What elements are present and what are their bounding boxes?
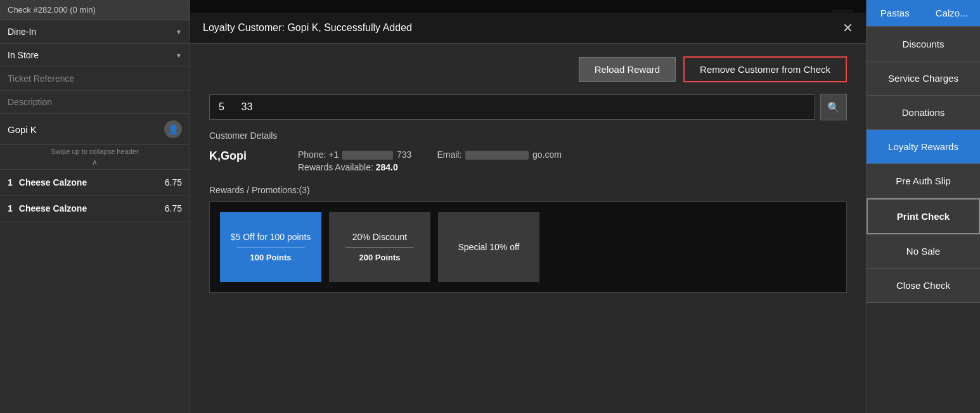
print-check-tab[interactable]: Print Check <box>867 198 980 234</box>
phone-blurred-icon <box>342 151 393 160</box>
reward-card-2-points: 200 Points <box>359 253 400 262</box>
modal-body: Reload Reward Remove Customer from Check… <box>190 44 866 413</box>
swipe-hint: Swipe up to collapse header <box>0 145 190 158</box>
loyalty-search-button[interactable]: 🔍 <box>820 94 847 120</box>
reward-card-1-divider <box>236 247 306 248</box>
customer-name-label: Gopi K <box>8 124 37 135</box>
reward-card-2-title: 20% Discount <box>352 232 407 242</box>
reward-card-1-points: 100 Points <box>250 253 291 262</box>
reward-card-1-title: $5 Off for 100 points <box>231 232 311 242</box>
user-icon: 👤 <box>168 124 179 134</box>
top-tabs-row: Pastas Calzo... <box>867 0 980 27</box>
item-name: Cheese Calzone <box>19 203 165 213</box>
customer-info-row: K,Gopi Phone: +1 733 Rewards Available: … <box>209 149 847 172</box>
pre-auth-slip-tab[interactable]: Pre Auth Slip <box>867 164 980 198</box>
app-root: Check #282,000 (0 min) Dine-In In Store … <box>0 0 980 413</box>
in-store-select[interactable]: In Store <box>0 44 190 67</box>
check-header: Check #282,000 (0 min) <box>0 0 190 20</box>
reward-card-3-title: Special 10% off <box>458 242 519 252</box>
item-qty: 1 <box>8 177 13 187</box>
reward-card-2[interactable]: 20% Discount 200 Points <box>329 212 430 282</box>
loyalty-rewards-tab[interactable]: Loyalty Rewards <box>867 130 980 164</box>
remove-customer-button[interactable]: Remove Customer from Check <box>683 56 847 82</box>
modal-title-bar: Loyalty Customer: Gopi K, Successfully A… <box>190 13 866 44</box>
customer-phone-email: Phone: +1 733 Rewards Available: 284.0 <box>298 149 411 172</box>
reward-card-2-divider <box>345 247 415 248</box>
no-sale-tab[interactable]: No Sale <box>867 234 980 269</box>
loyalty-modal: Loyalty Customer: Gopi K, Successfully A… <box>190 13 866 413</box>
left-sidebar: Check #282,000 (0 min) Dine-In In Store … <box>0 0 190 413</box>
reward-card-1[interactable]: $5 Off for 100 points 100 Points <box>220 212 321 282</box>
check-header-text: Check #282,000 (0 min) <box>8 5 96 15</box>
service-charges-tab[interactable]: Service Charges <box>867 61 980 96</box>
reload-reward-button[interactable]: Reload Reward <box>579 57 676 82</box>
customer-avatar: 👤 <box>164 120 182 138</box>
modal-title: Loyalty Customer: Gopi K, Successfully A… <box>203 22 412 34</box>
swipe-arrow: ∧ <box>0 158 190 170</box>
close-check-tab[interactable]: Close Check <box>867 269 980 303</box>
description-input[interactable] <box>0 91 190 114</box>
donations-tab[interactable]: Donations <box>867 96 980 130</box>
pastas-tab[interactable]: Pastas <box>867 0 924 27</box>
customer-full-name: K,Gopi <box>209 149 273 163</box>
customer-phone: Phone: +1 733 <box>298 149 411 160</box>
order-item[interactable]: 1 Cheese Calzone 6.75 <box>0 196 190 222</box>
customer-row[interactable]: Gopi K 👤 <box>0 114 190 145</box>
search-row: 🔍 <box>209 94 847 120</box>
right-sidebar: Pastas Calzo... Discounts Service Charge… <box>866 0 980 413</box>
reward-card-3[interactable]: Special 10% off <box>438 212 539 282</box>
modal-close-button[interactable]: ✕ <box>842 22 853 34</box>
search-icon: 🔍 <box>827 101 840 113</box>
dine-in-select[interactable]: Dine-In <box>0 20 190 43</box>
chevron-up-icon: ∧ <box>92 158 98 167</box>
discounts-tab[interactable]: Discounts <box>867 27 980 61</box>
center-area: Check Total $8.99 Payments - 1 + Loyalty… <box>190 0 866 413</box>
in-store-wrapper: In Store <box>0 44 190 67</box>
rewards-grid: $5 Off for 100 points 100 Points 20% Dis… <box>209 201 847 293</box>
customer-email: Email: go.com <box>437 149 562 160</box>
close-icon: ✕ <box>842 21 853 35</box>
calzo-tab[interactable]: Calzo... <box>924 0 981 27</box>
loyalty-search-input[interactable] <box>209 94 815 120</box>
order-item[interactable]: 1 Cheese Calzone 6.75 <box>0 170 190 196</box>
customer-details-label: Customer Details <box>209 130 847 141</box>
item-name: Cheese Calzone <box>19 177 165 187</box>
ticket-reference-input[interactable] <box>0 67 190 91</box>
rewards-promotions-label: Rewards / Promotions:(3) <box>209 185 847 195</box>
order-items-list: 1 Cheese Calzone 6.75 1 Cheese Calzone 6… <box>0 170 190 413</box>
item-price: 6.75 <box>165 203 182 213</box>
item-price: 6.75 <box>165 177 182 187</box>
rewards-available: Rewards Available: 284.0 <box>298 162 411 172</box>
item-qty: 1 <box>8 203 13 213</box>
email-blurred-icon <box>465 151 529 160</box>
dine-in-wrapper: Dine-In <box>0 20 190 44</box>
